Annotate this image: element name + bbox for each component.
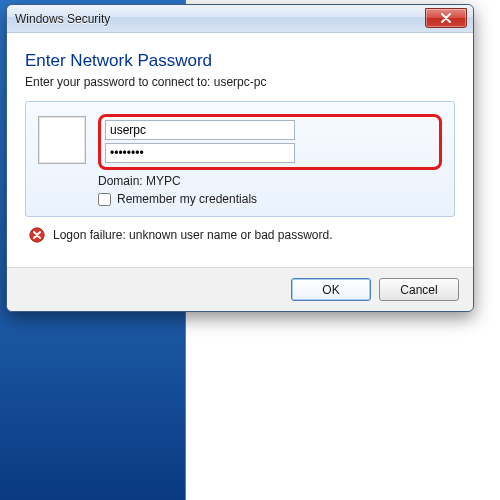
error-text: Logon failure: unknown user name or bad … <box>53 228 333 242</box>
remember-label: Remember my credentials <box>117 192 257 206</box>
credentials-panel: Domain: MYPC Remember my credentials <box>25 101 455 217</box>
remember-checkbox[interactable] <box>98 193 111 206</box>
username-input[interactable] <box>105 120 295 140</box>
ok-button[interactable]: OK <box>291 278 371 301</box>
titlebar[interactable]: Windows Security <box>7 5 473 33</box>
user-avatar-icon <box>38 116 86 164</box>
dialog-body: Enter Network Password Enter your passwo… <box>7 33 473 267</box>
highlighted-inputs <box>98 114 442 170</box>
close-button[interactable] <box>425 8 467 28</box>
domain-label: Domain: MYPC <box>98 174 442 188</box>
error-message-row: Logon failure: unknown user name or bad … <box>25 223 455 253</box>
credential-fields: Domain: MYPC Remember my credentials <box>98 114 442 206</box>
desktop-background: Windows Security Enter Network Password … <box>0 0 500 500</box>
password-input[interactable] <box>105 143 295 163</box>
dialog-title: Enter Network Password <box>25 51 455 71</box>
cancel-button[interactable]: Cancel <box>379 278 459 301</box>
dialog-subtitle: Enter your password to connect to: userp… <box>25 75 455 89</box>
dialog-footer: OK Cancel <box>7 267 473 311</box>
windows-security-dialog: Windows Security Enter Network Password … <box>6 4 474 312</box>
remember-credentials[interactable]: Remember my credentials <box>98 192 442 206</box>
error-icon <box>29 227 45 243</box>
close-icon <box>440 13 452 23</box>
window-title: Windows Security <box>15 12 110 26</box>
